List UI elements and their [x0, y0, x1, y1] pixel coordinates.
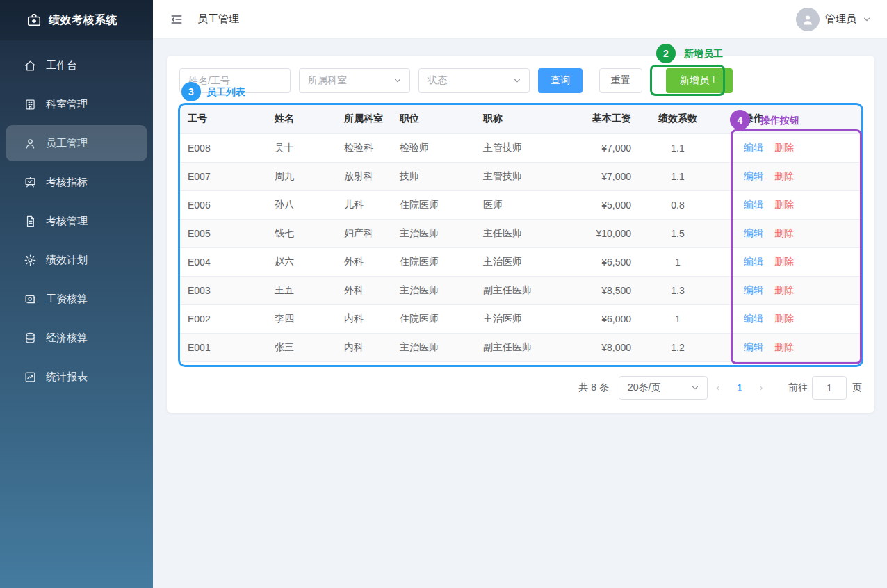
- sidebar-item-home[interactable]: 工作台: [6, 47, 147, 83]
- cell-dept: 外科: [336, 247, 391, 276]
- edit-link[interactable]: 编辑: [744, 284, 763, 295]
- sidebar-item-label: 考核管理: [46, 215, 88, 228]
- department-select[interactable]: 所属科室: [299, 68, 410, 93]
- sidebar-item-database[interactable]: 经济核算: [6, 320, 147, 356]
- cell-name: 张三: [266, 333, 336, 361]
- cell-id: E002: [179, 304, 266, 333]
- salary-icon: [24, 293, 37, 306]
- chevron-down-icon: [862, 15, 872, 24]
- cell-title: 副主任医师: [475, 276, 558, 304]
- cell-actions: 编辑删除: [716, 190, 862, 219]
- sidebar-item-label: 工作台: [46, 59, 77, 72]
- cell-id: E006: [179, 190, 266, 219]
- delete-link[interactable]: 删除: [774, 313, 794, 324]
- cell-name: 李四: [266, 304, 336, 333]
- page-size-select[interactable]: 20条/页: [619, 376, 708, 400]
- cell-position: 主治医师: [391, 276, 475, 304]
- delete-link[interactable]: 删除: [774, 256, 794, 267]
- edit-link[interactable]: 编辑: [744, 227, 763, 238]
- cell-id: E005: [179, 219, 266, 247]
- delete-link[interactable]: 删除: [774, 341, 794, 352]
- sidebar-collapse-icon[interactable]: [170, 13, 184, 26]
- edit-link[interactable]: 编辑: [744, 313, 763, 324]
- cell-actions: 编辑删除: [716, 162, 862, 190]
- table-row: E005钱七妇产科主治医师主任医师¥10,0001.5编辑删除: [179, 219, 862, 247]
- cell-actions: 编辑删除: [716, 304, 862, 333]
- cell-coeff: 0.8: [640, 190, 716, 219]
- cell-coeff: 1.5: [640, 219, 716, 247]
- column-header: 绩效系数: [640, 104, 716, 133]
- goto-page-input[interactable]: [812, 376, 847, 400]
- sidebar-item-chart[interactable]: 统计报表: [6, 359, 147, 395]
- keyword-input[interactable]: [179, 68, 291, 93]
- gear-icon: [24, 254, 37, 267]
- next-page-button[interactable]: ›: [751, 382, 772, 393]
- delete-link[interactable]: 删除: [774, 170, 794, 181]
- edit-link[interactable]: 编辑: [744, 341, 763, 352]
- cell-title: 主管技师: [475, 133, 558, 162]
- cell-actions: 编辑删除: [716, 133, 862, 162]
- goto-label: 前往: [788, 382, 808, 394]
- cell-dept: 妇产科: [336, 219, 391, 247]
- cell-actions: 编辑删除: [716, 219, 862, 247]
- cell-dept: 放射科: [336, 162, 391, 190]
- edit-link[interactable]: 编辑: [744, 256, 763, 267]
- cell-title: 主治医师: [475, 304, 558, 333]
- cell-salary: ¥6,500: [558, 247, 640, 276]
- sidebar-item-salary[interactable]: 工资核算: [6, 281, 147, 317]
- cell-name: 王五: [266, 276, 336, 304]
- first-aid-kit-icon: [26, 13, 42, 28]
- delete-link[interactable]: 删除: [774, 227, 794, 238]
- reset-button[interactable]: 重置: [599, 68, 642, 93]
- cell-salary: ¥7,000: [558, 133, 640, 162]
- cell-position: 主治医师: [391, 219, 475, 247]
- cell-dept: 内科: [336, 333, 391, 361]
- cell-coeff: 1.1: [640, 162, 716, 190]
- board-icon: [24, 176, 37, 189]
- delete-link[interactable]: 删除: [774, 284, 794, 295]
- edit-link[interactable]: 编辑: [744, 170, 763, 181]
- cell-title: 主治医师: [475, 247, 558, 276]
- cell-id: E001: [179, 333, 266, 361]
- sidebar-item-board[interactable]: 考核指标: [6, 164, 147, 200]
- main-area: 员工管理 管理员 所属科室 状态 查询: [153, 0, 887, 588]
- user-name: 管理员: [825, 13, 856, 26]
- cell-title: 医师: [475, 190, 558, 219]
- status-select[interactable]: 状态: [418, 68, 530, 93]
- user-menu[interactable]: 管理员: [796, 8, 872, 31]
- sidebar-item-label: 绩效计划: [46, 254, 88, 267]
- sidebar-item-gear[interactable]: 绩效计划: [6, 242, 147, 278]
- sidebar-item-building[interactable]: 科室管理: [6, 86, 147, 122]
- edit-link[interactable]: 编辑: [744, 142, 763, 153]
- sidebar-item-user[interactable]: 员工管理: [6, 125, 147, 161]
- add-employee-button[interactable]: 新增员工: [666, 68, 733, 93]
- avatar: [796, 8, 820, 31]
- prev-page-button[interactable]: ‹: [708, 382, 729, 393]
- cell-actions: 编辑删除: [716, 276, 862, 304]
- cell-name: 赵六: [266, 247, 336, 276]
- delete-link[interactable]: 删除: [774, 142, 794, 153]
- search-button[interactable]: 查询: [538, 68, 583, 93]
- chart-icon: [24, 370, 37, 384]
- filter-bar: 所属科室 状态 查询 重置 新增员工: [179, 68, 862, 93]
- table-row: E004赵六外科住院医师主治医师¥6,5001编辑删除: [179, 247, 862, 276]
- page-size-value: 20条/页: [628, 382, 660, 394]
- table-row: E003王五外科主治医师副主任医师¥8,5001.3编辑删除: [179, 276, 862, 304]
- employee-card: 所属科室 状态 查询 重置 新增员工 工号姓名所属科室职位职称基本工资绩效系数操…: [167, 56, 874, 413]
- sidebar-item-document[interactable]: 考核管理: [6, 203, 147, 239]
- pagination: 共 8 条 20条/页 ‹ 1 › 前往 页: [179, 376, 862, 400]
- cell-name: 孙八: [266, 190, 336, 219]
- column-header: 职位: [391, 104, 475, 133]
- cell-salary: ¥8,500: [558, 276, 640, 304]
- current-page[interactable]: 1: [729, 382, 751, 393]
- cell-id: E008: [179, 133, 266, 162]
- cell-position: 技师: [391, 162, 475, 190]
- delete-link[interactable]: 删除: [774, 199, 794, 210]
- cell-position: 住院医师: [391, 304, 475, 333]
- cell-id: E004: [179, 247, 266, 276]
- edit-link[interactable]: 编辑: [744, 199, 763, 210]
- app-logo: 绩效考核系统: [0, 0, 153, 40]
- table-row: E008吴十检验科检验师主管技师¥7,0001.1编辑删除: [179, 133, 862, 162]
- cell-name: 周九: [266, 162, 336, 190]
- cell-dept: 外科: [336, 276, 391, 304]
